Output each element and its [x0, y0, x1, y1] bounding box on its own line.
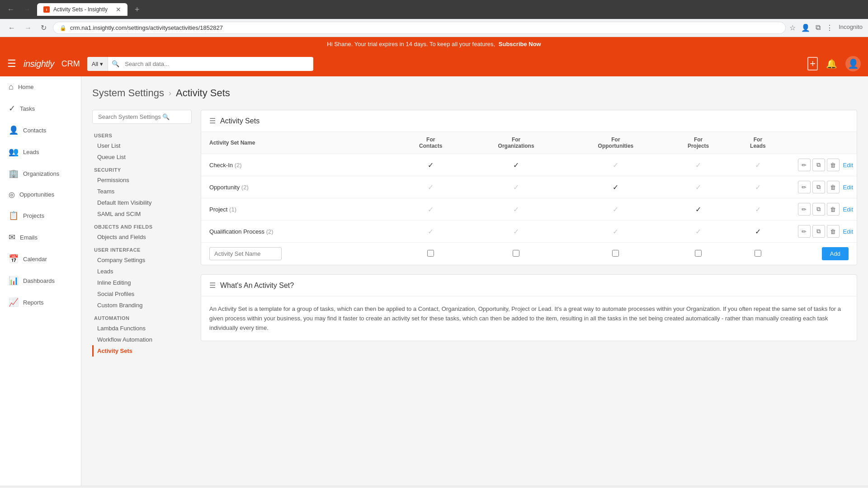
search-input[interactable] [123, 57, 313, 70]
settings-link-teams[interactable]: Teams [92, 186, 192, 197]
settings-link-lambda-functions[interactable]: Lambda Functions [92, 323, 192, 334]
copy-btn-1[interactable]: ⧉ [812, 181, 825, 193]
add-opportunities-checkbox[interactable] [612, 250, 619, 257]
add-projects-checkbox[interactable] [695, 250, 702, 257]
logo: insightly [24, 59, 54, 69]
settings-link-social-profiles[interactable]: Social Profiles [92, 288, 192, 300]
copy-btn-0[interactable]: ⧉ [812, 159, 825, 171]
sidebar-item-calendar[interactable]: 📅 Calendar [0, 248, 81, 270]
copy-btn-3[interactable]: ⧉ [812, 225, 825, 238]
row-opportunities-0: ✓ [566, 154, 665, 176]
sidebar-item-reports[interactable]: 📈 Reports [0, 291, 81, 313]
browser-nav-back[interactable]: ← [5, 4, 17, 15]
add-button[interactable]: Add [822, 247, 849, 260]
extension-icon[interactable]: ⧉ [816, 23, 821, 32]
tab-close-icon[interactable]: ✕ [116, 6, 121, 13]
incognito-label: Incognito [839, 23, 863, 32]
edit-pencil-btn-1[interactable]: ✏ [798, 181, 811, 193]
search-bar[interactable]: All ▾ 🔍 [87, 57, 313, 71]
row-name-2: Project (1) [201, 198, 396, 221]
sidebar-item-emails[interactable]: ✉ Emails [0, 226, 81, 248]
sidebar-label-contacts: Contacts [23, 127, 46, 134]
sidebar-item-dashboards[interactable]: 📊 Dashboards [0, 270, 81, 291]
edit-link-3[interactable]: Edit [843, 228, 853, 235]
row-leads-2: ✓ [731, 198, 784, 221]
settings-section-users: USERS User List Queue List [92, 129, 192, 163]
sidebar-item-leads[interactable]: 👥 Leads [0, 141, 81, 163]
delete-btn-2[interactable]: 🗑 [827, 203, 840, 216]
main-layout: ⌂ Home ✓ Tasks 👤 Contacts 👥 Leads 🏢 Orga… [0, 76, 868, 486]
edit-link-2[interactable]: Edit [843, 206, 853, 213]
add-icon[interactable]: + [807, 57, 818, 70]
sidebar-item-tasks[interactable]: ✓ Tasks [0, 98, 81, 119]
bell-icon[interactable]: 🔔 [826, 58, 837, 69]
add-contacts-checkbox[interactable] [427, 250, 434, 257]
row-projects-2: ✓ [665, 198, 731, 221]
add-projects-cell [665, 243, 731, 265]
address-bar-row: ← → ↻ 🔒 crm.na1.insightly.com/settings/a… [0, 19, 868, 37]
address-bar[interactable]: 🔒 crm.na1.insightly.com/settings/activit… [53, 22, 786, 34]
settings-link-queue-list[interactable]: Queue List [92, 151, 192, 163]
add-row: Add [201, 243, 857, 265]
delete-btn-3[interactable]: 🗑 [827, 225, 840, 238]
row-name-1: Opportunity (2) [201, 176, 396, 198]
edit-pencil-btn-3[interactable]: ✏ [798, 225, 811, 238]
subscribe-link[interactable]: Subscribe Now [499, 41, 541, 47]
header-actions: + 🔔 👤 [807, 56, 861, 71]
hamburger-icon[interactable]: ☰ [7, 58, 16, 70]
settings-link-inline-editing[interactable]: Inline Editing [92, 277, 192, 288]
settings-link-permissions[interactable]: Permissions [92, 174, 192, 186]
back-button[interactable]: ← [5, 22, 18, 34]
forward-button[interactable]: → [22, 22, 34, 34]
breadcrumb-current: Activity Sets [176, 87, 230, 99]
settings-link-company-settings[interactable]: Company Settings [92, 254, 192, 266]
settings-link-default-visibility[interactable]: Default Item Visibility [92, 197, 192, 208]
sidebar-item-contacts[interactable]: 👤 Contacts [0, 119, 81, 141]
add-leads-checkbox[interactable] [755, 250, 761, 257]
search-dropdown-arrow: ▾ [100, 61, 103, 67]
add-opportunities-cell [566, 243, 665, 265]
copy-btn-2[interactable]: ⧉ [812, 203, 825, 216]
settings-link-leads-ui[interactable]: Leads [92, 266, 192, 277]
col-for-opportunities: ForOpportunities [566, 132, 665, 154]
bookmark-icon[interactable]: ☆ [789, 23, 796, 32]
browser-tab[interactable]: I Activity Sets - Insightly ✕ [37, 3, 127, 16]
dashboards-icon: 📊 [9, 276, 19, 286]
settings-section-title-security: SECURITY [92, 163, 192, 174]
sidebar-label-projects: Projects [23, 212, 44, 219]
browser-nav-forward[interactable]: → [21, 4, 33, 15]
row-opportunities-2: ✓ [566, 198, 665, 221]
delete-btn-0[interactable]: 🗑 [827, 159, 840, 171]
delete-btn-1[interactable]: 🗑 [827, 181, 840, 193]
edit-link-0[interactable]: Edit [843, 162, 853, 169]
sidebar-item-opportunities[interactable]: ◎ Opportunities [0, 184, 81, 205]
sidebar-item-projects[interactable]: 📋 Projects [0, 205, 81, 226]
edit-link-1[interactable]: Edit [843, 184, 853, 191]
settings-link-saml-scim[interactable]: SAML and SCIM [92, 208, 192, 220]
settings-section-title-automation: AUTOMATION [92, 311, 192, 323]
row-projects-3: ✓ [665, 221, 731, 243]
breadcrumb-parent[interactable]: System Settings [92, 87, 164, 99]
settings-link-user-list[interactable]: User List [92, 140, 192, 151]
new-tab-button[interactable]: + [131, 3, 143, 16]
add-name-input[interactable] [209, 247, 282, 260]
settings-link-objects-fields[interactable]: Objects and Fields [92, 231, 192, 243]
reload-button[interactable]: ↻ [38, 22, 49, 34]
avatar[interactable]: 👤 [845, 56, 861, 71]
row-leads-0: ✓ [731, 154, 784, 176]
content-area: System Settings › Activity Sets USERS Us… [81, 76, 868, 486]
search-all-dropdown[interactable]: All ▾ [87, 57, 108, 71]
add-organizations-checkbox[interactable] [513, 250, 519, 257]
menu-icon[interactable]: ⋮ [826, 23, 833, 32]
settings-link-workflow-automation[interactable]: Workflow Automation [92, 334, 192, 345]
edit-pencil-btn-2[interactable]: ✏ [798, 203, 811, 216]
settings-link-custom-branding[interactable]: Custom Branding [92, 300, 192, 311]
profile-icon[interactable]: 👤 [801, 23, 810, 32]
settings-search-input[interactable] [92, 110, 192, 124]
settings-link-activity-sets[interactable]: Activity Sets [92, 345, 192, 357]
sidebar-item-organizations[interactable]: 🏢 Organizations [0, 163, 81, 184]
main-panel: ☰ Activity Sets Activity Set Name ForCon… [201, 110, 857, 357]
sidebar-item-home[interactable]: ⌂ Home [0, 76, 81, 98]
edit-pencil-btn-0[interactable]: ✏ [798, 159, 811, 171]
add-leads-cell [731, 243, 784, 265]
